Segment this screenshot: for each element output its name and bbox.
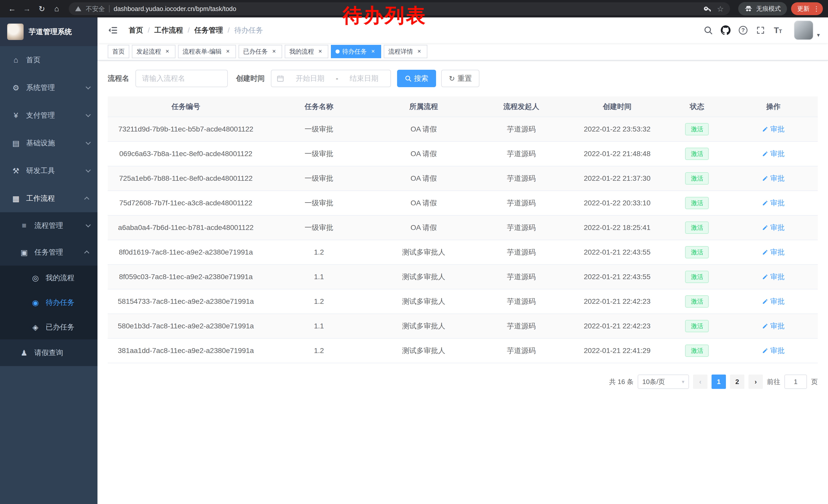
status-cell: 激活 (665, 191, 729, 215)
calendar-icon (277, 75, 284, 82)
process-cell: OA 请假 (374, 166, 473, 191)
page-button-1[interactable]: 1 (711, 374, 726, 389)
sidebar-item-infrastructure[interactable]: ▤ 基础设施 (0, 129, 97, 157)
tab[interactable]: 流程详情 × (384, 45, 427, 58)
initiator-cell: 芋道源码 (473, 314, 570, 338)
breadcrumb-item[interactable]: 首页 (129, 26, 143, 35)
status-cell: 激活 (665, 166, 729, 191)
page-button-2[interactable]: 2 (730, 374, 744, 389)
security-label[interactable]: 不安全 (86, 5, 105, 13)
reset-button[interactable]: ↻ 重置 (441, 70, 480, 87)
sidebar-item-my-process[interactable]: ◎ 我的流程 (0, 266, 97, 290)
breadcrumb-item[interactable]: 任务管理 (195, 26, 223, 35)
approve-link-label: 审批 (770, 247, 785, 257)
close-icon[interactable]: × (317, 48, 324, 55)
app-logo[interactable]: 芋道管理系统 (0, 17, 97, 46)
task-id-cell: 8f059c03-7ac8-11ec-a9e2-a2380e71991a (108, 265, 264, 289)
process-cell: 测试多审批人 (374, 265, 473, 289)
sidebar-item-leave-query[interactable]: ♟ 请假查询 (0, 339, 97, 366)
approve-link[interactable]: 审批 (762, 272, 785, 282)
next-page-button[interactable]: › (748, 374, 763, 389)
breadcrumb-current: 待办任务 (234, 26, 263, 35)
end-date-placeholder[interactable]: 结束日期 (343, 74, 385, 83)
user-menu[interactable]: ▾ (794, 20, 820, 40)
prev-page-button[interactable]: ‹ (693, 374, 707, 389)
logo-image (7, 24, 24, 40)
close-icon[interactable]: × (164, 48, 171, 55)
browser-home-icon[interactable]: ⌂ (50, 2, 64, 16)
approve-link[interactable]: 审批 (762, 223, 785, 232)
fullscreen-button[interactable] (753, 22, 768, 38)
browser-forward-icon[interactable]: → (20, 2, 34, 16)
tab[interactable]: 发起流程 × (132, 45, 175, 58)
sidebar-toggle-button[interactable] (105, 22, 121, 38)
bookmark-star-icon[interactable]: ☆ (717, 4, 724, 13)
tab-label: 待办任务 (342, 47, 367, 56)
font-size-button[interactable]: TT (770, 22, 786, 38)
action-cell: 审批 (729, 265, 818, 289)
address-bar[interactable]: 不安全 dashboard.yudao.iocoder.cn/bpm/task/… (69, 2, 730, 15)
tab[interactable]: 流程表单-编辑 × (178, 45, 236, 58)
sidebar-item-task-mgmt[interactable]: ▣ 任务管理 (0, 239, 97, 266)
breadcrumb-item[interactable]: 工作流程 (155, 26, 183, 35)
search-icon (405, 75, 411, 82)
tab[interactable]: 我的流程 × (285, 45, 328, 58)
close-icon[interactable]: × (271, 48, 278, 55)
task-id-cell: 580e1b3d-7ac8-11ec-a9e2-a2380e71991a (108, 314, 264, 338)
reset-button-label: 重置 (457, 74, 472, 83)
help-button[interactable]: ? (735, 22, 751, 38)
browser-back-icon[interactable]: ← (5, 2, 19, 16)
sidebar-item-process-mgmt[interactable]: ≡ 流程管理 (0, 212, 97, 239)
sidebar-item-devtools[interactable]: ⚒ 研发工具 (0, 157, 97, 185)
approve-link[interactable]: 审批 (762, 321, 785, 331)
status-badge: 激活 (685, 246, 709, 258)
column-header-created: 创建时间 (569, 96, 665, 117)
status-cell: 激活 (665, 117, 729, 141)
github-link[interactable] (718, 22, 733, 38)
approve-link-label: 审批 (770, 223, 785, 232)
start-date-placeholder[interactable]: 开始日期 (289, 74, 331, 83)
approve-link[interactable]: 审批 (762, 149, 785, 159)
action-cell: 审批 (729, 191, 818, 215)
close-icon[interactable]: × (224, 48, 232, 55)
password-key-icon[interactable] (704, 5, 712, 13)
browser-refresh-icon[interactable]: ↻ (35, 2, 49, 16)
tab-label: 已办任务 (243, 47, 268, 56)
goto-page-input[interactable] (784, 374, 807, 389)
page-size-select[interactable]: 10条/页 ▾ (638, 374, 689, 389)
sidebar-item-home[interactable]: ⌂ 首页 (0, 46, 97, 74)
sidebar-item-system[interactable]: ⚙ 系统管理 (0, 74, 97, 101)
tab[interactable]: 已办任务 × (239, 45, 282, 58)
insecure-warning-icon (75, 5, 82, 12)
browser-menu-dots-icon[interactable]: ⋮ (813, 5, 820, 13)
process-cell: OA 请假 (374, 215, 473, 240)
close-icon[interactable]: × (416, 48, 423, 55)
tab[interactable]: 首页 (108, 45, 129, 58)
tab[interactable]: 待办任务 × (331, 45, 381, 58)
sidebar-item-todo-task[interactable]: ◉ 待办任务 (0, 290, 97, 315)
status-badge: 激活 (685, 197, 709, 209)
browser-update-button[interactable]: 更新 ⋮ (791, 2, 823, 15)
process-name-input[interactable] (135, 70, 228, 87)
sidebar-item-workflow[interactable]: ▦ 工作流程 (0, 185, 97, 212)
sidebar-item-payment[interactable]: ¥ 支付管理 (0, 101, 97, 129)
initiator-cell: 芋道源码 (473, 215, 570, 240)
date-range-picker[interactable]: 开始日期 - 结束日期 (271, 70, 391, 87)
breadcrumb: 首页 / 工作流程 / 任务管理 / 待办任务 (129, 26, 263, 35)
edit-pencil-icon (762, 175, 768, 182)
header-search-button[interactable] (701, 22, 716, 38)
approve-link[interactable]: 审批 (762, 346, 785, 356)
filter-form: 流程名 创建时间 开始日期 - 结束日期 搜索 ↻ 重置 (108, 70, 818, 87)
incognito-badge[interactable]: 无痕模式 (738, 2, 787, 15)
approve-link[interactable]: 审批 (762, 247, 785, 257)
approve-link[interactable]: 审批 (762, 198, 785, 208)
sidebar-item-done-task[interactable]: ◈ 已办任务 (0, 315, 97, 339)
avatar[interactable] (794, 20, 813, 40)
approve-link[interactable]: 审批 (762, 174, 785, 183)
approve-link[interactable]: 审批 (762, 296, 785, 306)
approve-link-label: 审批 (770, 174, 785, 183)
close-icon[interactable]: × (369, 48, 377, 55)
approve-link[interactable]: 审批 (762, 124, 785, 134)
search-button[interactable]: 搜索 (397, 70, 436, 87)
action-cell: 审批 (729, 314, 818, 338)
